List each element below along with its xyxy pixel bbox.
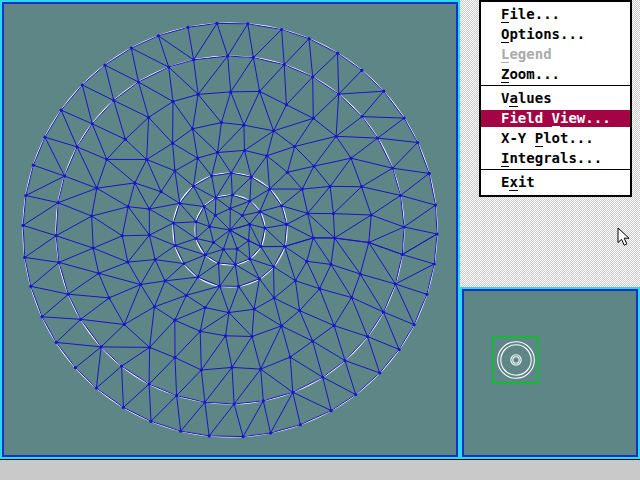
menu-label-post: lot... (543, 130, 594, 146)
menu-label-post: iew... (560, 110, 611, 126)
menu-separator (481, 169, 630, 170)
menu-item-zoom[interactable]: Zoom... (481, 64, 630, 84)
menu-item-file[interactable]: File... (481, 4, 630, 24)
menu-hotkey: V (552, 112, 560, 127)
menu-item-field-view[interactable]: Field View... (481, 110, 630, 127)
menu-label-post: lues (518, 90, 552, 106)
finite-element-mesh (4, 4, 456, 455)
menu-item-values[interactable]: Values (481, 88, 630, 108)
overview-panel[interactable] (460, 287, 640, 459)
menu-hotkey: x (509, 176, 517, 191)
menu-item-legend: Legend (481, 44, 630, 64)
menu-item-integrals[interactable]: Integrals... (481, 148, 630, 168)
menu-label-post: oom... (509, 66, 560, 82)
status-bar: Selects field presentation methods and s… (0, 460, 640, 480)
menu-hotkey: a (509, 92, 517, 107)
model-viewport-canvas[interactable] (2, 2, 458, 457)
menu-label-post: ntegrals... (509, 150, 602, 166)
menu-separator (481, 85, 630, 86)
menu-label-pre: Field (501, 110, 552, 126)
application-window: File... Options... Legend Zoom... Values… (0, 0, 640, 480)
menu-item-xy-plot[interactable]: X-Y Plot... (481, 128, 630, 148)
menu-label-post: it (518, 174, 535, 190)
menu-item-exit[interactable]: Exit (481, 172, 630, 192)
model-outline-thumbnail (464, 291, 636, 455)
menu-item-options[interactable]: Options... (481, 24, 630, 44)
menu-label-post: ptions... (509, 26, 585, 42)
model-viewport[interactable] (0, 0, 460, 459)
menu-label-pre: V (501, 90, 509, 106)
menu-hotkey: P (535, 132, 543, 147)
menu-label-post: ile... (509, 6, 560, 22)
menu-label-post: egend (509, 46, 551, 62)
menu-label-pre: X-Y (501, 130, 535, 146)
menu-label-pre: E (501, 174, 509, 190)
overview-canvas[interactable] (462, 289, 638, 457)
main-menu: File... Options... Legend Zoom... Values… (479, 0, 632, 197)
